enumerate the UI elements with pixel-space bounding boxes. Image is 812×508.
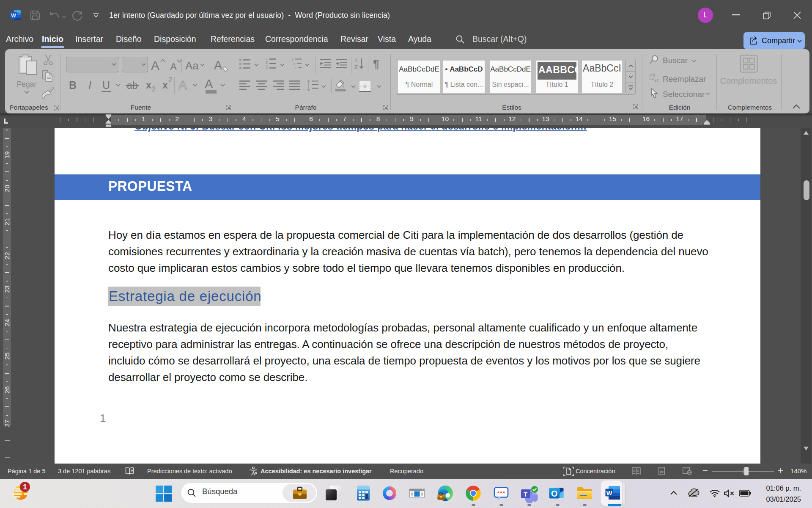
svg-text:c: c xyxy=(656,77,659,83)
svg-text:1: 1 xyxy=(291,58,294,62)
svg-text:T: T xyxy=(524,491,527,498)
svg-text:W: W xyxy=(606,490,612,497)
svg-text:a: a xyxy=(294,62,296,66)
svg-text:W: W xyxy=(11,13,16,19)
svg-text:A: A xyxy=(354,58,358,64)
svg-text:Z: Z xyxy=(354,64,358,70)
svg-text:i: i xyxy=(295,66,296,70)
svg-text:b: b xyxy=(653,73,655,77)
svg-text:O: O xyxy=(551,489,557,498)
svg-text:1: 1 xyxy=(23,483,27,491)
